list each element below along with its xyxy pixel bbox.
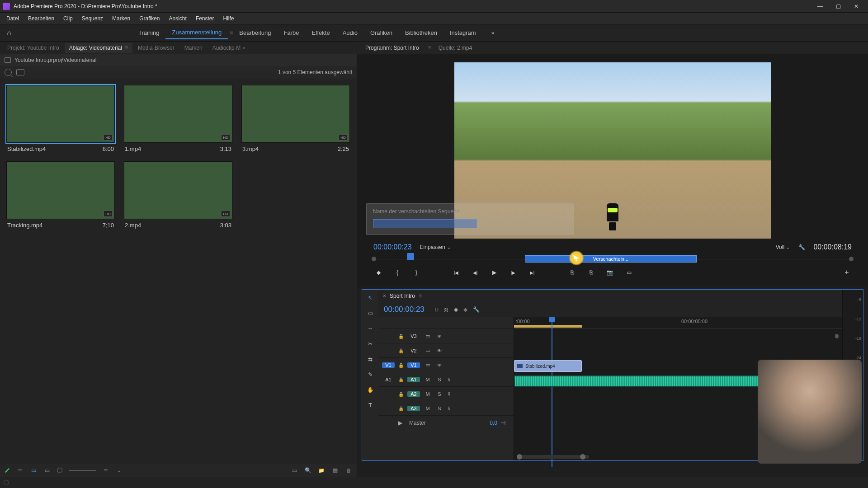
scrollbar-handle[interactable]: [517, 454, 522, 460]
program-scrubber[interactable]: Verschachteln...: [373, 254, 852, 264]
track-select-tool[interactable]: [366, 309, 375, 318]
lock-icon[interactable]: [398, 362, 404, 368]
add-marker-button[interactable]: [373, 267, 383, 277]
track-header-master[interactable]: ▶Master 0,0 ⊣: [378, 415, 514, 430]
source-patch[interactable]: V1: [382, 362, 395, 368]
clip-item[interactable]: HD Stabilized.mp48:00: [6, 85, 115, 152]
goto-next-button[interactable]: [527, 267, 537, 277]
track-target[interactable]: A1: [407, 377, 420, 382]
panel-tab-active[interactable]: Ablage: Videomaterial: [65, 43, 132, 53]
scrollbar-handle[interactable]: [580, 454, 585, 460]
lock-icon[interactable]: [398, 391, 404, 397]
timeline-settings-icon[interactable]: [473, 306, 480, 313]
window-close-button[interactable]: [847, 0, 865, 13]
menu-item[interactable]: Marken: [108, 14, 135, 23]
mark-out-button[interactable]: [411, 267, 421, 277]
step-back-button[interactable]: [470, 267, 480, 277]
search-icon[interactable]: [5, 69, 12, 76]
icon-view-icon[interactable]: [30, 467, 37, 474]
ripple-tool[interactable]: [366, 324, 375, 333]
track-target[interactable]: V1: [407, 362, 420, 368]
clip-item[interactable]: HD 2.mp43:03: [124, 161, 232, 229]
snap-toggle[interactable]: [434, 306, 439, 313]
master-value[interactable]: 0,0: [490, 420, 497, 426]
workspace-tab-active[interactable]: Zusammenstellung: [165, 26, 228, 39]
close-sequence-button[interactable]: ×: [383, 293, 386, 299]
mic-icon[interactable]: [447, 405, 452, 412]
export-frame-button[interactable]: [605, 267, 615, 277]
button-editor-button[interactable]: [842, 267, 852, 277]
workspace-menu-icon[interactable]: [230, 30, 233, 36]
panel-tab[interactable]: Audioclip-M: [208, 43, 250, 53]
track-header-v1[interactable]: V1V1: [378, 357, 514, 372]
delete-icon[interactable]: [345, 467, 352, 474]
menu-item[interactable]: Ansicht: [164, 14, 191, 23]
selection-tool[interactable]: [366, 293, 375, 302]
zoom-select[interactable]: Einpassen: [420, 244, 451, 250]
workspace-tab[interactable]: Training: [132, 27, 165, 39]
quality-select[interactable]: Voll: [776, 244, 791, 250]
comparison-button[interactable]: [624, 267, 634, 277]
step-forward-button[interactable]: [508, 267, 518, 277]
lock-icon[interactable]: [398, 405, 404, 412]
zoom-slider-start[interactable]: [57, 468, 62, 473]
clip-thumbnail[interactable]: HD: [241, 85, 350, 143]
track-target[interactable]: V3: [407, 333, 420, 339]
window-maximize-button[interactable]: [829, 0, 847, 13]
clip-thumbnail[interactable]: HD: [6, 161, 115, 219]
add-marker-icon[interactable]: [454, 306, 458, 313]
sync-lock-icon[interactable]: [424, 347, 432, 353]
linked-selection-toggle[interactable]: [444, 306, 448, 313]
menu-item[interactable]: Fenster: [191, 14, 219, 23]
panel-tab[interactable]: Projekt: Youtube Intro: [3, 43, 64, 53]
track-header-a1[interactable]: A1A1 MS: [378, 372, 514, 386]
work-area-bar[interactable]: [514, 325, 582, 328]
goto-prev-button[interactable]: [451, 267, 461, 277]
automate-icon[interactable]: [291, 467, 298, 474]
track-target[interactable]: A3: [407, 406, 420, 411]
menu-item[interactable]: Datei: [2, 14, 24, 23]
sequence-name[interactable]: Sport Intro: [390, 293, 415, 299]
mic-icon[interactable]: [447, 391, 452, 397]
timeline-playhead[interactable]: [549, 317, 555, 322]
window-minimize-button[interactable]: [811, 0, 829, 13]
workspace-tab[interactable]: Effekte: [305, 27, 336, 39]
clip-thumbnail[interactable]: HD: [6, 85, 115, 143]
panel-tab[interactable]: Marken: [180, 43, 207, 53]
track-header-a2[interactable]: A2 MS: [378, 386, 514, 401]
sync-lock-icon[interactable]: [424, 333, 432, 339]
scrubber-handle-left[interactable]: [372, 257, 376, 261]
new-item-icon[interactable]: [331, 467, 339, 474]
eye-icon[interactable]: [435, 362, 443, 368]
freeform-view-icon[interactable]: [43, 467, 51, 474]
scrubber-handle-right[interactable]: [849, 257, 854, 261]
new-bin-icon[interactable]: [318, 467, 325, 474]
menu-item[interactable]: Hilfe: [219, 14, 239, 23]
slip-tool[interactable]: [366, 355, 375, 364]
lock-icon[interactable]: [398, 376, 404, 383]
clip-thumbnail[interactable]: HD: [124, 161, 232, 219]
zoom-slider[interactable]: [69, 470, 96, 471]
source-tab[interactable]: Quelle: 2.mp4: [435, 43, 476, 53]
eye-icon[interactable]: [435, 333, 443, 339]
panel-menu-icon[interactable]: [125, 45, 128, 51]
track-header-v2[interactable]: V2: [378, 343, 514, 357]
clip-item[interactable]: HD 1.mp43:13: [124, 85, 232, 152]
menu-item[interactable]: Clip: [59, 14, 77, 23]
hand-tool[interactable]: [366, 385, 375, 394]
clip-thumbnail[interactable]: HD: [124, 85, 232, 143]
track-target[interactable]: V2: [407, 348, 420, 353]
source-patch[interactable]: A1: [382, 377, 395, 382]
vertical-zoom-handle[interactable]: [835, 334, 839, 338]
razor-tool[interactable]: [366, 339, 375, 348]
mark-in-button[interactable]: [392, 267, 402, 277]
timeline-audio-clip[interactable]: [514, 375, 794, 387]
timeline-zoom-scrollbar[interactable]: [517, 455, 589, 459]
workspace-tab[interactable]: Grafiken: [364, 27, 399, 39]
pencil-icon[interactable]: [5, 468, 9, 473]
lift-button[interactable]: [567, 267, 577, 277]
workspace-tab[interactable]: Bibliotheken: [399, 27, 443, 39]
workspace-tab[interactable]: Bearbeitung: [233, 27, 277, 39]
program-playhead[interactable]: [407, 253, 414, 260]
bin-filter-icon[interactable]: [16, 69, 24, 75]
